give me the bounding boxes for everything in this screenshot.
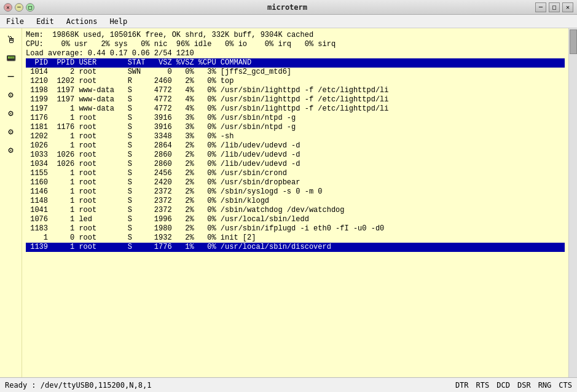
table-row: 1155 1 root S 2456 2% 0% /usr/sbin/crond	[26, 169, 565, 178]
status-text: Ready : /dev/ttyUSB0,115200,N,8,1	[5, 381, 151, 390]
table-row: 1183 1 root S 1980 2% 0% /usr/sbin/ifplu…	[26, 224, 565, 233]
table-row: 1176 1 root S 3916 3% 0% /usr/sbin/ntpd …	[26, 114, 565, 123]
minimize-button[interactable]: ─	[15, 3, 23, 12]
status-indicators: DTR RTS DCD DSR RNG CTS	[455, 381, 572, 390]
menu-help[interactable]: Help	[106, 16, 131, 27]
status-bar: Ready : /dev/ttyUSB0,115200,N,8,1 DTR RT…	[0, 377, 577, 392]
sidebar-icon-5[interactable]: ⚙	[2, 123, 20, 140]
load-line: Load average: 0.44 0.17 0.06 2/54 1210	[26, 49, 565, 58]
sidebar: 🖱 📟 ─ ⚙ ⚙ ⚙ ⚙	[0, 28, 22, 377]
table-row: 1076 1 led S 1996 2% 0% /usr/local/sbin/…	[26, 215, 565, 224]
indicator-dtr: DTR	[455, 381, 469, 390]
table-row: 1160 1 root S 2420 2% 0% /usr/sbin/dropb…	[26, 178, 565, 187]
mem-line: Mem: 19868K used, 105016K free, OK shrd,…	[26, 31, 565, 40]
restore-icon[interactable]: □	[549, 2, 560, 12]
title-bar-right[interactable]: ─ □ ✕	[535, 2, 573, 12]
close-button[interactable]: ✕	[4, 3, 12, 12]
table-row: 1199 1197 www-data S 4772 4% 0% /usr/sbi…	[26, 95, 565, 104]
scrollbar-thumb[interactable]	[570, 29, 577, 54]
table-row: 1148 1 root S 2372 2% 0% /sbin/klogd	[26, 197, 565, 206]
table-row: 1198 1197 www-data S 4772 4% 0% /usr/sbi…	[26, 86, 565, 95]
table-row: 1033 1026 root S 2860 2% 0% /lib/udev/ud…	[26, 151, 565, 160]
table-row: 1041 1 root S 2372 2% 0% /sbin/watchdog …	[26, 206, 565, 215]
indicator-rts: RTS	[476, 381, 490, 390]
maximize-button[interactable]: □	[26, 3, 34, 12]
table-row: 1197 1 www-data S 4772 4% 0% /usr/sbin/l…	[26, 104, 565, 114]
sidebar-icon-4[interactable]: ⚙	[2, 104, 20, 122]
min-icon[interactable]: ─	[535, 2, 546, 12]
indicator-cts: CTS	[559, 381, 572, 390]
indicator-dsr: DSR	[517, 381, 531, 390]
sidebar-icon-3[interactable]: ⚙	[2, 86, 20, 103]
table-row: 1210 1202 root R 2460 2% 0% top	[26, 77, 565, 86]
scrollbar[interactable]	[568, 28, 577, 377]
sidebar-icon-0[interactable]: 🖱	[2, 31, 20, 48]
terminal-content[interactable]: Mem: 19868K used, 105016K free, OK shrd,…	[22, 28, 568, 377]
table-header: PID PPID USER STAT VSZ %VSZ %CPU COMMAND	[26, 58, 565, 68]
menu-edit[interactable]: Edit	[33, 16, 58, 27]
window-controls[interactable]: ✕ ─ □	[4, 3, 34, 12]
indicator-dcd: DCD	[497, 381, 510, 390]
menu-bar: File Edit Actions Help	[0, 15, 577, 28]
table-row: 1 0 root S 1932 2% 0% init [2]	[26, 233, 565, 243]
menu-file[interactable]: File	[2, 16, 28, 27]
terminal-container: 🖱 📟 ─ ⚙ ⚙ ⚙ ⚙ Mem: 19868K used, 105016K …	[0, 28, 577, 377]
table-row: 1202 1 root S 3348 3% 0% -sh	[26, 132, 565, 141]
table-row: 1146 1 root S 2372 2% 0% /sbin/syslogd -…	[26, 187, 565, 197]
close-icon[interactable]: ✕	[562, 2, 573, 12]
menu-actions[interactable]: Actions	[63, 16, 101, 27]
cpu-line: CPU: 0% usr 2% sys 0% nic 96% idle 0% io…	[26, 40, 565, 49]
table-row: 1181 1176 root S 3916 3% 0% /usr/sbin/nt…	[26, 123, 565, 132]
table-row: 1014 2 root SWN 0 0% 3% [jffs2_gcd_mtd6]	[26, 68, 565, 77]
indicator-rng: RNG	[538, 381, 552, 390]
sidebar-icon-2[interactable]: ─	[2, 68, 20, 85]
table-row: 1139 1 root S 1776 1% 0% /usr/local/sbin…	[26, 243, 565, 252]
terminal-rows: 1014 2 root SWN 0 0% 3% [jffs2_gcd_mtd6]…	[26, 68, 565, 252]
window-title: microterm	[39, 3, 535, 12]
title-bar: ✕ ─ □ microterm ─ □ ✕	[0, 0, 577, 15]
sidebar-icon-1[interactable]: 📟	[2, 49, 20, 66]
table-row: 1026 1 root S 2864 2% 0% /lib/udev/udevd…	[26, 141, 565, 151]
sidebar-icon-6[interactable]: ⚙	[2, 141, 20, 159]
table-row: 1034 1026 root S 2860 2% 0% /lib/udev/ud…	[26, 160, 565, 169]
